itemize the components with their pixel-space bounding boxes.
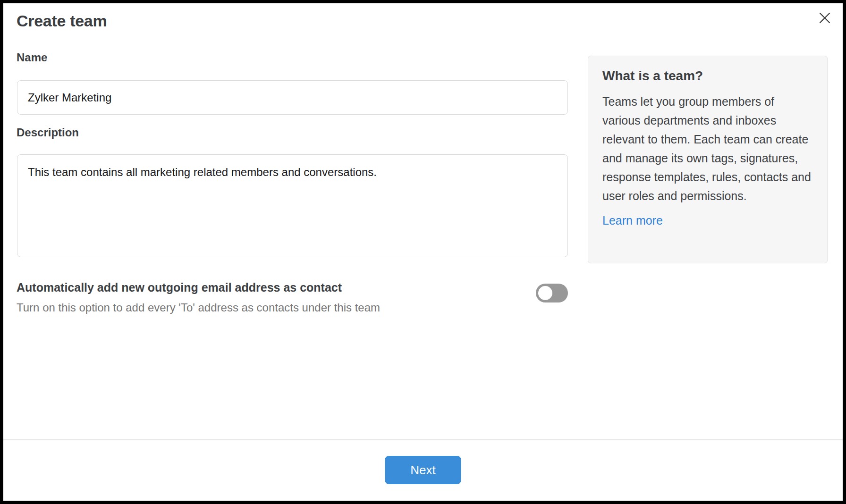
- name-label: Name: [17, 51, 47, 64]
- auto-add-contact-help-text: Turn on this option to add every 'To' ad…: [17, 301, 380, 314]
- description-textarea[interactable]: This team contains all marketing related…: [17, 154, 568, 257]
- next-button[interactable]: Next: [385, 456, 461, 484]
- close-icon: [819, 12, 830, 25]
- description-label: Description: [17, 126, 79, 139]
- auto-add-contact-toggle[interactable]: [536, 284, 568, 302]
- create-team-dialog: Create team Name Description This team c…: [0, 0, 846, 504]
- close-button[interactable]: [818, 11, 832, 25]
- info-panel-body: Teams let you group members of various d…: [602, 92, 813, 205]
- page-title: Create team: [17, 12, 107, 30]
- info-panel-title: What is a team?: [602, 68, 813, 84]
- footer-divider: [3, 439, 843, 440]
- auto-add-contact-label: Automatically add new outgoing email add…: [17, 281, 342, 294]
- name-input[interactable]: [17, 80, 568, 115]
- toggle-knob-icon: [538, 286, 552, 300]
- info-panel: What is a team? Teams let you group memb…: [588, 56, 828, 263]
- learn-more-link[interactable]: Learn more: [602, 214, 663, 227]
